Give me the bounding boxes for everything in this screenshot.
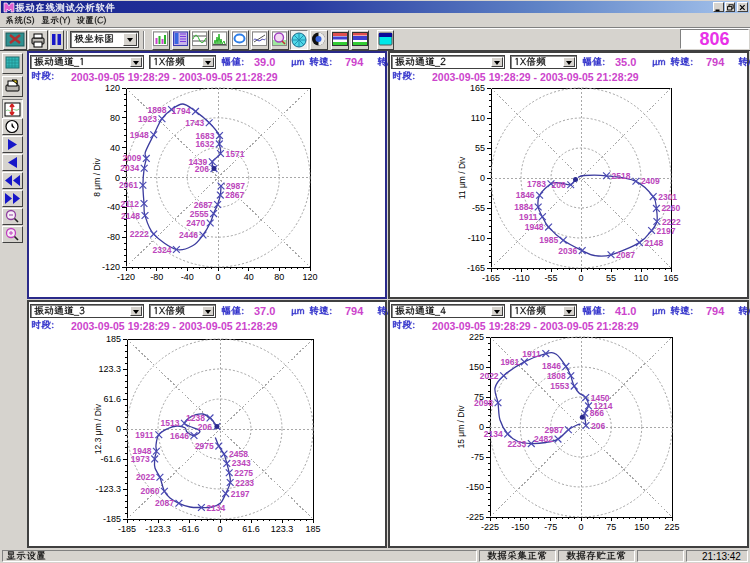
svg-text:-75: -75 (471, 452, 484, 462)
svg-text:12.3 μm / Div: 12.3 μm / Div (93, 403, 103, 454)
svg-text:-55: -55 (544, 273, 557, 283)
svg-text:206: 206 (552, 180, 566, 190)
svg-text:2197: 2197 (657, 226, 676, 236)
svg-text:11 μm / Div: 11 μm / Div (457, 156, 467, 199)
svg-text:2446: 2446 (179, 230, 198, 240)
svg-text:1808: 1808 (547, 371, 566, 381)
svg-text:2148: 2148 (644, 238, 663, 248)
svg-text:1683: 1683 (196, 131, 215, 141)
svg-text:-120: -120 (102, 262, 120, 272)
svg-text:2134: 2134 (206, 503, 225, 513)
svg-text:80: 80 (274, 272, 284, 282)
svg-text:2482: 2482 (534, 434, 553, 444)
svg-text:1961: 1961 (500, 357, 519, 367)
svg-text:-120: -120 (117, 272, 135, 282)
svg-text:2987: 2987 (226, 181, 245, 191)
svg-text:2112: 2112 (121, 199, 140, 209)
svg-text:55: 55 (475, 143, 485, 153)
svg-text:40: 40 (244, 272, 254, 282)
svg-text:-61.6: -61.6 (179, 524, 200, 534)
svg-text:-75: -75 (544, 522, 557, 532)
svg-text:-150: -150 (466, 482, 484, 492)
svg-text:0: 0 (215, 272, 220, 282)
svg-text:75: 75 (606, 522, 616, 532)
svg-text:150: 150 (634, 522, 649, 532)
svg-text:225: 225 (664, 522, 679, 532)
svg-text:0: 0 (578, 522, 583, 532)
svg-text:2867: 2867 (225, 190, 244, 200)
svg-text:123.3: 123.3 (98, 364, 121, 374)
svg-text:185: 185 (305, 524, 320, 534)
svg-text:206: 206 (591, 421, 605, 431)
svg-text:2061: 2061 (119, 180, 138, 190)
svg-text:1911: 1911 (135, 430, 154, 440)
svg-text:61.6: 61.6 (242, 524, 260, 534)
svg-text:-225: -225 (466, 512, 484, 522)
svg-text:55: 55 (606, 273, 616, 283)
svg-text:2022: 2022 (480, 371, 499, 381)
svg-text:-110: -110 (468, 233, 485, 243)
svg-text:1973: 1973 (131, 454, 150, 464)
svg-text:1553: 1553 (550, 381, 569, 391)
svg-text:185: 185 (106, 334, 121, 344)
svg-text:120: 120 (105, 83, 120, 93)
svg-text:2022: 2022 (136, 472, 155, 482)
svg-text:225: 225 (469, 332, 484, 342)
svg-text:0: 0 (480, 173, 485, 183)
svg-text:2324: 2324 (152, 245, 171, 255)
svg-text:1948: 1948 (525, 222, 544, 232)
svg-text:2222: 2222 (130, 229, 149, 239)
svg-text:-123.3: -123.3 (95, 484, 121, 494)
svg-text:2134: 2134 (484, 429, 503, 439)
svg-text:110: 110 (634, 273, 648, 283)
svg-text:2687: 2687 (194, 200, 213, 210)
svg-text:1646: 1646 (170, 431, 189, 441)
svg-text:2098: 2098 (474, 398, 493, 408)
svg-text:2087: 2087 (155, 498, 174, 508)
svg-text:61.6: 61.6 (103, 394, 121, 404)
svg-text:2222: 2222 (662, 217, 681, 227)
svg-text:2148: 2148 (121, 211, 140, 221)
svg-text:2036: 2036 (558, 246, 577, 256)
svg-text:2233: 2233 (507, 439, 526, 449)
svg-text:0: 0 (578, 273, 583, 283)
svg-text:1238: 1238 (186, 413, 205, 423)
svg-text:1846: 1846 (542, 361, 561, 371)
svg-text:0: 0 (116, 424, 121, 434)
svg-text:1743: 1743 (185, 118, 204, 128)
svg-text:1985: 1985 (539, 235, 558, 245)
svg-text:-80: -80 (150, 272, 163, 282)
svg-text:2987: 2987 (544, 425, 563, 435)
svg-text:1923: 1923 (138, 114, 157, 124)
svg-text:-185: -185 (118, 524, 136, 534)
svg-text:2343: 2343 (232, 458, 251, 468)
svg-text:-150: -150 (511, 522, 529, 532)
svg-text:1450: 1450 (591, 393, 610, 403)
svg-text:-40: -40 (181, 272, 194, 282)
svg-text:1513: 1513 (160, 418, 179, 428)
svg-text:2555: 2555 (190, 209, 209, 219)
svg-text:165: 165 (470, 83, 485, 93)
svg-text:1783: 1783 (527, 179, 546, 189)
svg-text:110: 110 (471, 113, 485, 123)
svg-text:-225: -225 (481, 522, 499, 532)
svg-text:2518: 2518 (612, 171, 631, 181)
svg-text:1439: 1439 (188, 157, 207, 167)
svg-text:1846: 1846 (516, 190, 535, 200)
svg-text:-40: -40 (107, 202, 120, 212)
svg-text:0: 0 (217, 524, 222, 534)
svg-text:8 μm / Div: 8 μm / Div (92, 158, 102, 197)
svg-text:40: 40 (110, 143, 120, 153)
svg-text:-61.6: -61.6 (100, 454, 121, 464)
svg-text:80: 80 (110, 113, 120, 123)
svg-text:1884: 1884 (514, 202, 533, 212)
svg-text:-165: -165 (467, 263, 485, 273)
svg-text:206: 206 (198, 422, 212, 432)
svg-text:2233: 2233 (235, 478, 254, 488)
svg-text:2034: 2034 (120, 163, 139, 173)
svg-text:1571: 1571 (226, 149, 245, 159)
svg-text:2260: 2260 (661, 203, 680, 213)
svg-text:2087: 2087 (616, 250, 635, 260)
svg-text:165: 165 (663, 273, 678, 283)
svg-text:-185: -185 (103, 514, 121, 524)
